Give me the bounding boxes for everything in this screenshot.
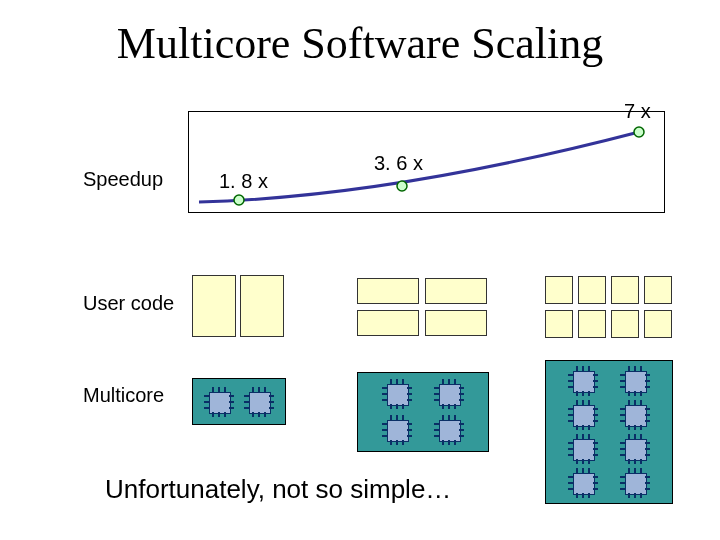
- multicore-group-2: [192, 378, 286, 425]
- cpu-chip-icon: [569, 367, 597, 395]
- cpu-chip-icon: [621, 401, 649, 429]
- row-label-multicore: Multicore: [83, 384, 164, 407]
- usercode-group-8: [545, 276, 671, 338]
- usercode-box: [240, 275, 284, 337]
- usercode-box: [578, 276, 606, 304]
- cpu-chip-icon: [435, 416, 463, 444]
- row-label-usercode: User code: [83, 292, 174, 315]
- cpu-chip-icon: [569, 469, 597, 497]
- chart-point-label-2: 7 x: [624, 100, 651, 123]
- usercode-box: [611, 310, 639, 338]
- cpu-chip-icon: [621, 435, 649, 463]
- chart-point-label-1: 3. 6 x: [374, 152, 423, 175]
- multicore-group-4: [357, 372, 489, 452]
- usercode-box: [644, 276, 672, 304]
- usercode-box: [357, 310, 419, 336]
- cpu-chip-icon: [205, 388, 233, 416]
- usercode-box: [545, 310, 573, 338]
- cpu-chip-icon: [383, 416, 411, 444]
- cpu-chip-icon: [383, 380, 411, 408]
- svg-point-2: [634, 127, 644, 137]
- cpu-chip-icon: [435, 380, 463, 408]
- cpu-chip-icon: [621, 367, 649, 395]
- usercode-box: [425, 278, 487, 304]
- multicore-group-8: [545, 360, 673, 504]
- svg-point-1: [397, 181, 407, 191]
- speedup-curve: [189, 112, 664, 212]
- page-title: Multicore Software Scaling: [0, 18, 720, 69]
- usercode-box: [357, 278, 419, 304]
- usercode-box: [545, 276, 573, 304]
- usercode-box: [578, 310, 606, 338]
- cpu-chip-icon: [569, 401, 597, 429]
- cpu-chip-icon: [569, 435, 597, 463]
- usercode-box: [611, 276, 639, 304]
- cpu-chip-icon: [621, 469, 649, 497]
- usercode-box: [425, 310, 487, 336]
- usercode-group-2: [192, 275, 284, 337]
- speedup-chart: 1. 8 x 3. 6 x 7 x: [188, 111, 665, 213]
- slide-caption: Unfortunately, not so simple…: [105, 474, 451, 505]
- usercode-box: [192, 275, 236, 337]
- usercode-box: [644, 310, 672, 338]
- chart-point-label-0: 1. 8 x: [219, 170, 268, 193]
- usercode-group-4: [357, 278, 487, 334]
- row-label-speedup: Speedup: [83, 168, 163, 191]
- cpu-chip-icon: [245, 388, 273, 416]
- svg-point-0: [234, 195, 244, 205]
